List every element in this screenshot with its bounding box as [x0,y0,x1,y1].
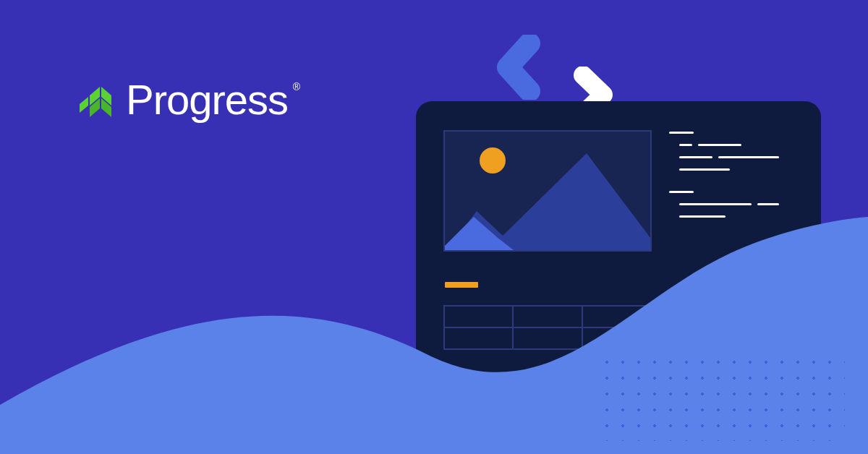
code-line [669,132,792,134]
code-line [669,215,792,218]
table-cell [444,327,513,349]
brand-mark-icon [75,80,116,120]
table-cell [582,306,651,327]
code-line [669,156,792,158]
sun-icon [480,147,506,174]
code-line [669,191,792,193]
brand-name: Progress ® [126,75,288,124]
code-line [669,144,792,146]
image-placeholder-panel [443,130,652,252]
table-cell [444,306,513,327]
table-cell [582,327,651,349]
brand-logo: Progress ® [75,75,288,124]
code-line [669,203,792,205]
code-lines-panel [669,132,792,228]
registered-mark: ® [293,81,299,93]
chevron-left-icon [488,35,553,103]
table-cell [513,327,582,349]
accent-bar [445,282,478,288]
table-placeholder [443,305,652,350]
brand-name-text: Progress [126,76,288,123]
svg-marker-0 [80,97,88,113]
table-cell [513,306,582,327]
code-line [669,168,792,171]
dot-pattern [599,354,845,441]
